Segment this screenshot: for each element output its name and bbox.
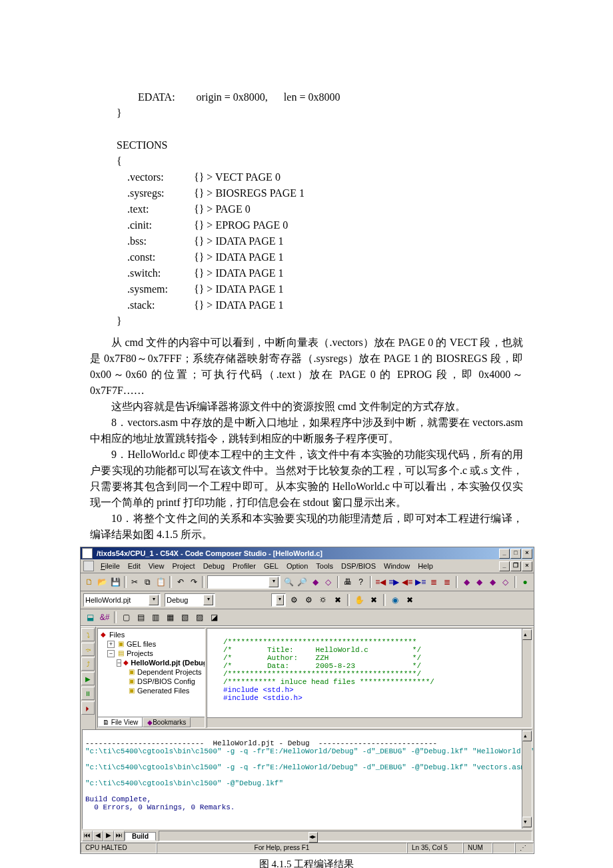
redo-icon[interactable]: ↷ bbox=[188, 575, 200, 589]
step-into-icon[interactable]: ⤵ bbox=[81, 628, 95, 641]
graph-icon[interactable]: ▧ bbox=[178, 611, 191, 624]
indent-icon[interactable]: ▶≡ bbox=[414, 575, 426, 589]
build-vscroll[interactable]: ▴▾ bbox=[522, 730, 532, 829]
open-file-icon[interactable]: 📂 bbox=[97, 575, 109, 589]
animate-icon[interactable]: ⏵ bbox=[81, 701, 95, 715]
build-icon[interactable]: ⚙ bbox=[287, 593, 301, 607]
bookmark-icon[interactable]: ◆ bbox=[309, 575, 321, 589]
mdi-restore[interactable]: ❐ bbox=[510, 561, 521, 571]
breakpoint-icon[interactable]: ✋ bbox=[352, 593, 366, 607]
tree-gel[interactable]: GEL files bbox=[127, 639, 156, 649]
remove-bp-icon[interactable]: ✖ bbox=[367, 593, 380, 607]
copy-icon[interactable]: ⧉ bbox=[142, 575, 154, 589]
collapse-icon[interactable]: − bbox=[117, 659, 121, 667]
menu-edit[interactable]: Edit bbox=[124, 561, 145, 571]
indent-right-icon[interactable]: ≡▶ bbox=[388, 575, 400, 589]
minimize-button[interactable]: _ bbox=[499, 549, 510, 559]
prev-icon[interactable]: ◇ bbox=[500, 575, 512, 589]
menu-tools[interactable]: Tools bbox=[312, 561, 337, 571]
port-icon[interactable]: ◪ bbox=[207, 611, 221, 624]
toggle-icon[interactable]: ◆ bbox=[474, 575, 486, 589]
menu-view[interactable]: View bbox=[145, 561, 169, 571]
scroll-up-icon[interactable]: ▴ bbox=[522, 629, 532, 640]
bookmark-next-icon[interactable]: ◇ bbox=[322, 575, 334, 589]
vscrollbar[interactable]: ▴ bbox=[522, 629, 532, 727]
rebuild-icon[interactable]: ⚙ bbox=[302, 593, 315, 607]
print-icon[interactable]: 🖶 bbox=[342, 575, 354, 589]
history-combo[interactable]: ▾ bbox=[271, 593, 286, 607]
expand-icon[interactable]: + bbox=[107, 641, 115, 648]
tree-projects[interactable]: Projects bbox=[127, 649, 153, 658]
outdent-icon[interactable]: ◀≡ bbox=[401, 575, 413, 589]
halt-icon[interactable]: ⏸ bbox=[81, 687, 95, 700]
mdi-close[interactable]: × bbox=[522, 561, 532, 571]
undo-icon[interactable]: ↶ bbox=[175, 575, 187, 589]
build-all-icon[interactable]: ⛭ bbox=[316, 593, 330, 607]
tab-prev-icon[interactable]: ◀ bbox=[93, 831, 103, 841]
find-icon[interactable]: 🔍 bbox=[283, 575, 295, 589]
window-icon[interactable]: ▢ bbox=[119, 611, 133, 624]
build-output[interactable]: --------------------------- HelloWorld.p… bbox=[82, 729, 532, 829]
tab-file-view[interactable]: 🗎 File View bbox=[98, 717, 143, 727]
maximize-button[interactable]: □ bbox=[510, 549, 521, 559]
tree-dsp[interactable]: DSP/BIOS Config bbox=[137, 677, 195, 686]
help-icon[interactable]: ? bbox=[355, 575, 367, 589]
next-icon[interactable]: ◆ bbox=[486, 575, 498, 589]
step-out-icon[interactable]: ⤴ bbox=[81, 657, 95, 671]
menu-help[interactable]: Help bbox=[414, 561, 437, 571]
resize-grip-icon[interactable]: ⋰ bbox=[515, 843, 534, 853]
titlebar[interactable]: /tixds54x/CPU_1 - C54X - Code Composer S… bbox=[81, 547, 534, 559]
hscrollbar[interactable] bbox=[207, 717, 522, 727]
align-left-icon[interactable]: ≣ bbox=[428, 575, 440, 589]
match-brace-icon[interactable]: ◆ bbox=[460, 575, 472, 589]
tree-dep[interactable]: Dependent Projects bbox=[137, 667, 202, 677]
mdi-doc-icon[interactable] bbox=[83, 561, 94, 571]
menu-window[interactable]: Window bbox=[380, 561, 414, 571]
watch-icon[interactable]: ⬓ bbox=[83, 611, 97, 624]
probe-icon[interactable]: ◉ bbox=[388, 593, 402, 607]
build-hscroll[interactable]: ◂▸ bbox=[159, 831, 532, 841]
stop-icon[interactable]: ● bbox=[519, 575, 531, 589]
menu-project[interactable]: Project bbox=[168, 561, 199, 571]
collapse-icon[interactable]: − bbox=[107, 650, 115, 657]
menu-profiler[interactable]: Profiler bbox=[229, 561, 260, 571]
find-combo[interactable]: ▾ bbox=[207, 575, 281, 589]
disasm-icon[interactable]: ▦ bbox=[163, 611, 177, 624]
image-icon[interactable]: ▨ bbox=[193, 611, 206, 624]
tab-first-icon[interactable]: ⏮ bbox=[82, 831, 93, 841]
code-row: .text:{} > PAGE 0 bbox=[127, 203, 251, 215]
close-button[interactable]: × bbox=[522, 549, 532, 559]
register-icon[interactable]: ▥ bbox=[149, 611, 162, 624]
memory-icon[interactable]: ▤ bbox=[134, 611, 147, 624]
step-over-icon[interactable]: ⤼ bbox=[81, 643, 95, 656]
config-combo[interactable]: Debug▾ bbox=[165, 593, 215, 607]
find-next-icon[interactable]: 🔎 bbox=[297, 575, 308, 589]
tab-next-icon[interactable]: ▶ bbox=[103, 831, 114, 841]
build-result: 0 Errors, 0 Warnings, 0 Remarks. bbox=[85, 803, 235, 811]
align-right-icon[interactable]: ≣ bbox=[441, 575, 453, 589]
mdi-minimize[interactable]: _ bbox=[499, 561, 510, 571]
cut-icon[interactable]: ✂ bbox=[129, 575, 141, 589]
remove-probe-icon[interactable]: ✖ bbox=[403, 593, 416, 607]
new-file-icon[interactable]: 🗋 bbox=[83, 575, 95, 589]
stop-build-icon[interactable]: ✖ bbox=[331, 593, 344, 607]
project-combo[interactable]: HelloWorld.pjt▾ bbox=[83, 593, 161, 607]
paste-icon[interactable]: 📋 bbox=[155, 575, 167, 589]
menu-file[interactable]: Fileile bbox=[97, 561, 124, 571]
tree-gen[interactable]: Generated Files bbox=[137, 686, 189, 695]
tree-active-project[interactable]: HelloWorld.pjt (Debug) bbox=[131, 658, 205, 667]
expr-icon[interactable]: &# bbox=[98, 611, 111, 624]
indent-left-icon[interactable]: ≡◀ bbox=[374, 575, 386, 589]
menu-option[interactable]: Option bbox=[283, 561, 312, 571]
menu-dspbios[interactable]: DSP/BIOS bbox=[337, 561, 380, 571]
run-icon[interactable]: ▶ bbox=[81, 672, 95, 685]
tab-last-icon[interactable]: ⏭ bbox=[114, 831, 125, 841]
menu-gel[interactable]: GEL bbox=[260, 561, 283, 571]
tree-root[interactable]: Files bbox=[109, 630, 125, 639]
tab-build[interactable]: Build bbox=[125, 832, 156, 841]
menu-debug[interactable]: Debug bbox=[199, 561, 229, 571]
project-tree[interactable]: ◆Files +▣GEL files −▤Projects −◆HelloWor… bbox=[98, 629, 205, 717]
tab-bookmarks[interactable]: ◆Bookmarks bbox=[143, 717, 191, 727]
save-icon[interactable]: 💾 bbox=[109, 575, 121, 589]
editor-pane[interactable]: /***************************************… bbox=[207, 628, 532, 728]
